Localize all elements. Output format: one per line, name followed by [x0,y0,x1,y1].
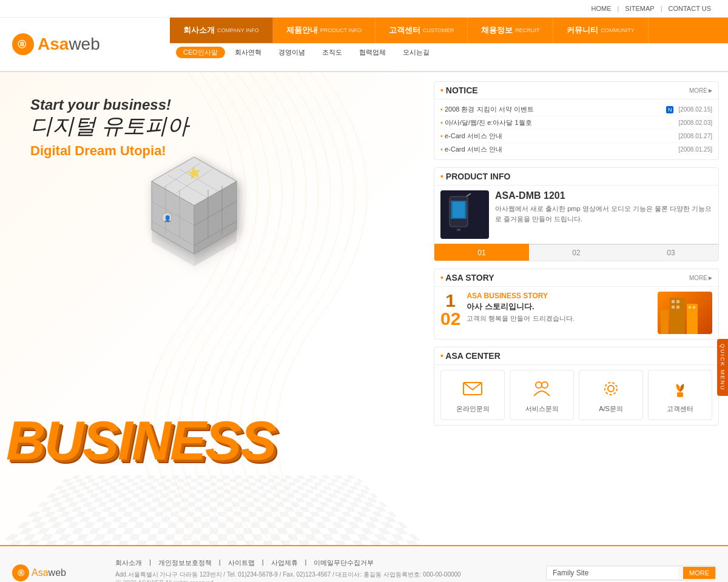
svg-rect-28 [687,304,698,334]
story-text: 고객의 행복을 만들어 드리겠습니다. [467,313,652,324]
footer-nav-sep3: | [262,558,264,567]
center-item-as[interactable]: A/S문의 [579,370,643,420]
nav-contact[interactable]: CONTACT US [669,5,712,12]
center-item-online[interactable]: 온라인문의 [440,370,505,420]
svg-rect-33 [676,306,679,309]
notice-item-1[interactable]: 2008 환경 지킴이 서약 이벤트 N [2008.02.15] [440,103,712,116]
product-box: ASA-DMB 1201 아사웹에서 새로 출시한 pmp 영상에서 오디오 기… [434,186,718,244]
quick-menu[interactable]: QUICK MENU [717,339,728,396]
sub-item-history[interactable]: 회사연혁 [228,47,269,58]
footer-logo[interactable]: ⓐ Asa web [12,564,103,581]
menu-ko-customer: 고객센터 [389,25,420,36]
center-label-as: A/S문의 [599,404,623,413]
logo-icon: ⓐ [12,33,34,55]
product-nav: 01 02 03 [434,244,718,261]
center-icon-mail [460,376,485,401]
story-more-link[interactable]: MORE [689,275,712,281]
product-nav-1[interactable]: 01 [434,244,529,261]
sub-item-ceo[interactable]: CEO인사말 [176,47,225,58]
notice-date-1: [2008.02.15] [678,106,712,113]
svg-rect-24 [453,202,465,218]
svg-line-26 [467,193,471,196]
svg-rect-31 [676,300,679,303]
story-label: ASA BUSINESS STORY [467,292,652,300]
nav-home[interactable]: HOME [591,5,611,12]
product-info-text: ASA-DMB 1201 아사웹에서 새로 출시한 pmp 영상에서 오디오 기… [495,190,712,239]
left-banner: Start your business! 디지털 유토피아 Digital Dr… [0,72,425,545]
top-navigation: HOME | SITEMAP | CONTACT US [0,0,728,18]
logo-area: ⓐ Asa web [0,18,170,71]
menu-ko-recruit: 채용정보 [481,25,513,36]
menu-item-customer[interactable]: 고객센터 CUSTOMER [376,18,468,43]
notice-item-3[interactable]: e-Card 서비스 안내 [2008.01.27] [440,130,712,143]
notice-item-2[interactable]: 아/사/달/웹/진 e:아사달 1월호 [2008.02.03] [440,116,712,130]
menu-item-community[interactable]: 커뮤니티 COMMUNITY [553,18,649,43]
story-header: ASA STORY MORE [434,269,718,287]
sub-item-management[interactable]: 경영이념 [271,47,312,58]
rubik-cube: 👤 [133,151,255,272]
menu-item-product[interactable]: 제품안내 PRODUCT INFO [273,18,376,43]
notice-date-3: [2008.01.27] [678,133,712,139]
footer-nav: 회사소개 | 개인정보보호정책 | 사이트맵 | 사업제휴 | 이메일무단수집거… [115,558,534,567]
story-num-1: 1 [445,292,456,310]
svg-rect-32 [672,306,675,309]
footer-nav-email[interactable]: 이메일무단수집거부 [314,558,374,567]
sub-item-org[interactable]: 조직도 [315,47,349,58]
main-menu-top: 회사소개 COMPANY INFO 제품안내 PRODUCT INFO 고객센터… [170,18,728,43]
notice-item-4[interactable]: e-Card 서비스 안내 [2008.01.25] [440,143,712,156]
family-site-more[interactable]: MORE [683,567,715,579]
quick-menu-text: QUICK MENU [720,344,726,391]
svg-text:ⓐ: ⓐ [18,39,27,49]
menu-ko-product: 제품안내 [286,25,318,36]
center-label-online: 온라인문의 [456,404,490,413]
banner-slogan: Start your business! [30,96,189,113]
story-numbers: 1 02 [440,292,460,328]
sub-item-directions[interactable]: 오시는길 [396,47,437,58]
svg-rect-30 [672,300,675,303]
product-nav-2[interactable]: 02 [529,244,624,261]
product-nav-3[interactable]: 03 [624,244,718,261]
product-image [440,190,489,239]
menu-item-company[interactable]: 회사소개 COMPANY INFO [170,18,273,43]
menu-en-community: COMMUNITY [601,27,635,33]
notice-item-title-1: 2008 환경 지킴이 서약 이벤트 [440,105,664,114]
center-grid: 온라인문의 서비스문의 [434,365,718,425]
banner-korean: 디지털 유토피아 [30,113,189,139]
nav-sep1: | [617,5,619,12]
notice-header: NOTICE MORE [434,82,718,99]
notice-date-2: [2008.02.03] [678,119,712,126]
svg-point-37 [536,382,542,388]
main-menu: 회사소개 COMPANY INFO 제품안내 PRODUCT INFO 고객센터… [170,18,728,71]
footer-logo-asa: Asa [32,567,49,578]
notice-more-link[interactable]: MORE [689,87,712,94]
center-item-service[interactable]: 서비스문의 [510,370,574,420]
svg-rect-34 [689,306,691,309]
center-icon-service [530,376,554,401]
footer-nav-biz[interactable]: 사업제휴 [271,558,298,567]
right-panel: NOTICE MORE 2008 환경 지킴이 서약 이벤트 N [2008.0… [425,72,728,545]
footer-links: 회사소개 | 개인정보보호정책 | 사이트맵 | 사업제휴 | 이메일무단수집거… [115,558,534,582]
footer-nav-company[interactable]: 회사소개 [115,558,142,567]
logo[interactable]: ⓐ Asa web [12,33,100,55]
product-name: ASA-DMB 1201 [495,190,712,201]
center-icon-plant [668,376,692,401]
center-header: ASA CENTER [434,347,718,365]
footer-nav-sitemap[interactable]: 사이트맵 [228,558,255,567]
sub-item-partners[interactable]: 협력업체 [352,47,393,58]
family-site-label: Family Site [547,566,678,580]
svg-point-39 [608,386,614,392]
business-text: BUSINESS [6,410,275,472]
footer-nav-privacy[interactable]: 개인정보보호정책 [158,558,212,567]
menu-ko-company: 회사소개 [183,25,215,36]
story-title: 아사 스토리입니다. [467,301,652,312]
product-header: PRODUCT INFO [434,168,718,186]
center-item-customer[interactable]: 고객센터 [648,370,712,420]
story-section: ASA STORY MORE 1 02 ASA BUSINESS STORY 아… [434,269,719,340]
svg-point-40 [605,383,617,395]
menu-item-recruit[interactable]: 채용정보 RECRUIT [468,18,553,43]
banner-text-area: Start your business! 디지털 유토피아 Digital Dr… [30,96,189,159]
svg-rect-41 [677,392,683,397]
notice-list: 2008 환경 지킴이 서약 이벤트 N [2008.02.15] 아/사/달/… [434,99,718,159]
nav-sitemap[interactable]: SITEMAP [625,5,654,12]
notice-section: NOTICE MORE 2008 환경 지킴이 서약 이벤트 N [2008.0… [434,81,719,160]
